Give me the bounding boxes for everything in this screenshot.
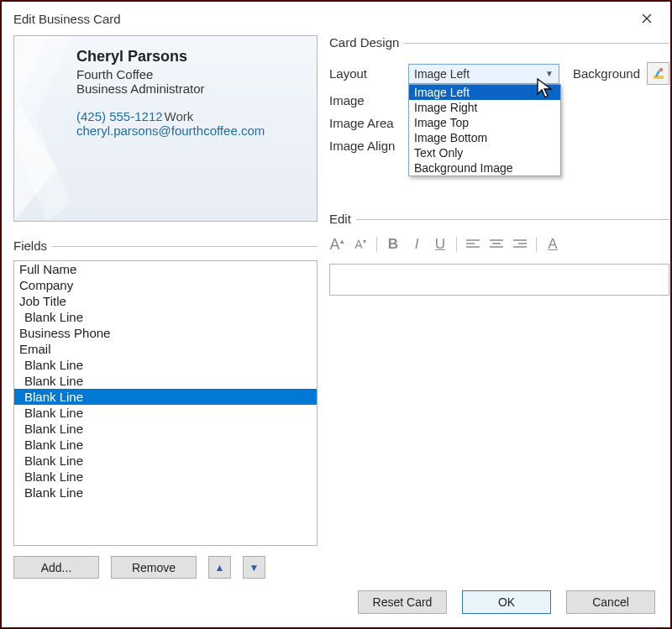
font-decrease-icon: A▾ xyxy=(354,238,365,251)
add-field-button[interactable]: Add... xyxy=(13,556,99,579)
image-label: Image xyxy=(329,93,408,107)
card-design-label: Card Design xyxy=(329,35,404,50)
chevron-down-icon: ▼ xyxy=(545,69,557,78)
card-phone: (425) 555-1212Work xyxy=(76,109,308,123)
layout-combo-value: Image Left xyxy=(414,67,470,81)
image-align-label: Image Align xyxy=(329,139,408,153)
bold-button[interactable]: B xyxy=(386,235,401,254)
move-down-button[interactable]: ▼ xyxy=(243,556,265,579)
fields-list-item[interactable]: Blank Line xyxy=(14,357,317,373)
fields-list-item[interactable]: Blank Line xyxy=(14,485,317,501)
fields-list-item[interactable]: Blank Line xyxy=(14,405,317,421)
align-center-button[interactable] xyxy=(489,235,504,254)
svg-point-2 xyxy=(659,68,663,71)
fields-list-item[interactable]: Blank Line xyxy=(14,453,317,469)
fields-list-item[interactable]: Email xyxy=(14,341,317,357)
fields-list-item[interactable]: Blank Line xyxy=(14,469,317,485)
align-right-button[interactable] xyxy=(512,235,528,254)
italic-button[interactable]: I xyxy=(409,235,424,254)
arrow-down-icon: ▼ xyxy=(249,562,260,574)
underline-button[interactable]: U xyxy=(433,235,448,254)
font-color-icon: A xyxy=(548,236,557,253)
background-color-button[interactable] xyxy=(647,62,669,85)
edit-group: Edit A▴ A▾ B I U xyxy=(329,212,669,296)
fields-group: Fields Full NameCompanyJob TitleBlank Li… xyxy=(13,238,318,579)
titlebar: Edit Business Card xyxy=(2,2,670,35)
svg-rect-1 xyxy=(654,76,664,79)
fields-list-item[interactable]: Blank Line xyxy=(14,437,317,453)
reset-card-button[interactable]: Reset Card xyxy=(358,590,447,614)
remove-field-button[interactable]: Remove xyxy=(111,556,197,579)
layout-option[interactable]: Text Only xyxy=(409,145,560,160)
layout-dropdown[interactable]: Image LeftImage RightImage TopImage Bott… xyxy=(408,84,561,176)
fields-buttons: Add... Remove ▲ ▼ xyxy=(13,556,318,579)
bold-icon: B xyxy=(388,236,398,253)
move-up-button[interactable]: ▲ xyxy=(208,556,231,579)
card-phone-type: Work xyxy=(165,109,194,123)
arrow-up-icon: ▲ xyxy=(215,562,225,574)
layout-option[interactable]: Image Top xyxy=(409,115,560,130)
card-company: Fourth Coffee xyxy=(76,67,308,81)
card-job-title: Business Administrator xyxy=(76,81,308,96)
edit-toolbar: A▴ A▾ B I U xyxy=(329,235,669,254)
edit-group-label: Edit xyxy=(329,212,356,226)
fields-list-item[interactable]: Blank Line xyxy=(14,309,317,325)
align-left-icon xyxy=(466,239,480,249)
layout-option[interactable]: Image Bottom xyxy=(409,130,560,145)
fields-list-item[interactable]: Blank Line xyxy=(14,421,317,437)
card-phone-number: (425) 555-1212 xyxy=(76,109,163,123)
layout-option[interactable]: Background Image xyxy=(409,160,560,176)
decrease-font-button[interactable]: A▾ xyxy=(353,235,368,254)
align-right-icon xyxy=(513,239,527,249)
background-label: Background xyxy=(573,66,640,81)
layout-option[interactable]: Image Left xyxy=(409,85,560,100)
fields-list-item[interactable]: Blank Line xyxy=(14,373,317,389)
color-picker-icon xyxy=(652,67,665,81)
right-column: Card Design Layout Image Left ▼ Image Le… xyxy=(329,35,669,579)
fields-list-item[interactable]: Company xyxy=(14,277,317,293)
left-column: Cheryl Parsons Fourth Coffee Business Ad… xyxy=(13,35,318,579)
fields-list[interactable]: Full NameCompanyJob TitleBlank LineBusin… xyxy=(13,260,318,546)
fields-list-item[interactable]: Full Name xyxy=(14,261,317,277)
dialog-footer: Reset Card OK Cancel xyxy=(358,590,655,614)
fields-list-item[interactable]: Job Title xyxy=(14,293,317,309)
layout-label: Layout xyxy=(329,66,408,81)
image-area-label: Image Area xyxy=(329,116,408,130)
edit-business-card-dialog: Edit Business Card Cheryl Parsons Fou xyxy=(0,0,672,629)
content-area: Cheryl Parsons Fourth Coffee Business Ad… xyxy=(2,35,670,590)
fields-group-label: Fields xyxy=(13,238,52,253)
card-email: cheryl.parsons@fourthcoffee.com xyxy=(76,123,308,138)
layout-row: Layout Image Left ▼ Image LeftImage Righ… xyxy=(329,62,669,85)
card-image-placeholder xyxy=(14,36,71,221)
card-name: Cheryl Parsons xyxy=(76,48,308,66)
layout-combo[interactable]: Image Left ▼ Image LeftImage RightImage … xyxy=(408,64,559,84)
edit-text-input[interactable] xyxy=(329,264,669,296)
card-text: Cheryl Parsons Fourth Coffee Business Ad… xyxy=(76,48,308,138)
italic-icon: I xyxy=(415,236,419,253)
layout-option[interactable]: Image Right xyxy=(409,100,560,115)
increase-font-button[interactable]: A▴ xyxy=(329,235,344,254)
card-design-group: Card Design Layout Image Left ▼ Image Le… xyxy=(329,35,669,153)
dialog-title: Edit Business Card xyxy=(13,12,121,26)
underline-icon: U xyxy=(435,236,445,253)
font-color-button[interactable]: A xyxy=(545,235,560,254)
cancel-button[interactable]: Cancel xyxy=(566,590,655,614)
fields-list-item[interactable]: Business Phone xyxy=(14,325,317,341)
align-center-icon xyxy=(490,239,503,249)
font-increase-icon: A▴ xyxy=(329,236,344,254)
align-left-button[interactable] xyxy=(465,235,480,254)
fields-list-item[interactable]: Blank Line xyxy=(14,389,317,405)
close-button[interactable] xyxy=(633,8,660,29)
card-preview: Cheryl Parsons Fourth Coffee Business Ad… xyxy=(13,35,318,222)
close-icon xyxy=(642,13,652,24)
ok-button[interactable]: OK xyxy=(462,590,551,614)
